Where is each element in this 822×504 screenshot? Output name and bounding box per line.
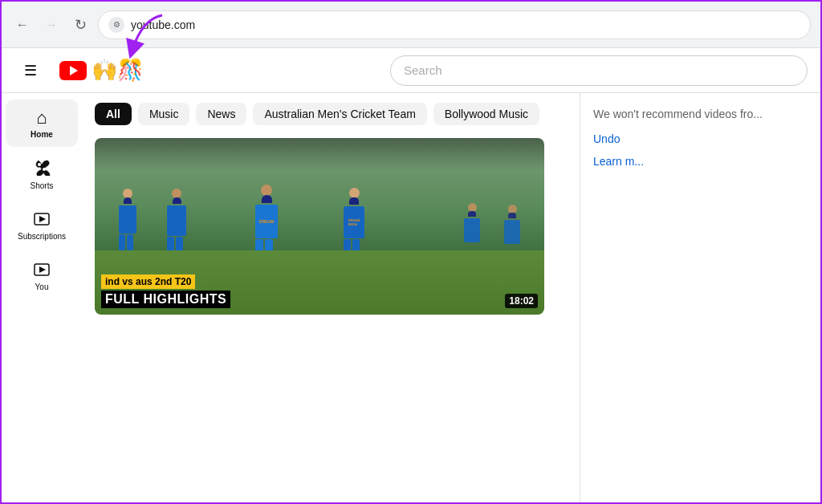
menu-button[interactable]: ☰ — [14, 55, 47, 87]
yt-main: ⌂ Home Shorts — [2, 93, 820, 504]
address-bar[interactable]: ⚙ youtube.com — [98, 10, 811, 39]
back-button[interactable]: ← — [11, 14, 34, 36]
subscriptions-label: Subscriptions — [18, 232, 66, 241]
video-card[interactable]: DREAM DREAMINDIA — [95, 138, 544, 315]
right-panel: We won't recommend videos fro... Undo Le… — [580, 93, 820, 504]
search-placeholder: Search — [404, 63, 442, 77]
yt-header: ☰ 🙌🎊 Search — [2, 48, 820, 93]
video-thumbnail: DREAM DREAMINDIA — [95, 138, 544, 315]
yt-sidebar: ⌂ Home Shorts — [2, 93, 82, 504]
video-title-line1: ind vs aus 2nd T20 — [101, 274, 195, 289]
svg-marker-3 — [39, 216, 46, 222]
shorts-icon — [33, 158, 51, 180]
chip-music[interactable]: Music — [138, 103, 190, 125]
chip-all[interactable]: All — [95, 103, 132, 125]
video-duration: 18:02 — [505, 294, 538, 308]
yt-app: ☰ 🙌🎊 Search ⌂ Home — [2, 48, 820, 504]
yt-logo[interactable]: 🙌🎊 — [59, 58, 143, 83]
reload-button[interactable]: ↻ — [69, 14, 92, 36]
sidebar-item-home[interactable]: ⌂ Home — [6, 100, 78, 147]
svg-marker-5 — [39, 266, 46, 273]
you-label: You — [35, 282, 49, 291]
learn-more-link[interactable]: Learn m... — [593, 155, 808, 168]
yt-logo-icon — [59, 61, 87, 80]
home-label: Home — [31, 130, 53, 139]
chip-bollywood[interactable]: Bollywood Music — [433, 103, 539, 125]
you-icon — [33, 260, 51, 281]
sidebar-item-you[interactable]: You — [6, 252, 78, 299]
logo-emoji: 🙌🎊 — [92, 58, 143, 83]
site-controls-icon: ⚙ — [108, 17, 124, 33]
shorts-label: Shorts — [31, 181, 54, 190]
url-text: youtube.com — [131, 18, 195, 31]
home-icon: ⌂ — [36, 108, 47, 128]
sidebar-item-subscriptions[interactable]: Subscriptions — [6, 201, 78, 249]
sidebar-item-shorts[interactable]: Shorts — [6, 150, 78, 198]
chip-news[interactable]: News — [196, 103, 246, 125]
video-title-line2: FULL HIGHLIGHTS — [101, 291, 230, 308]
recommendation-message: We won't recommend videos fro... — [593, 106, 808, 123]
browser-chrome: ← → ↻ ⚙ youtube.com — [2, 2, 820, 48]
video-title-overlay: ind vs aus 2nd T20 FULL HIGHLIGHTS — [101, 274, 512, 308]
chip-cricket[interactable]: Australian Men's Cricket Team — [253, 103, 426, 125]
filter-chips: All Music News Australian Men's Cricket … — [95, 103, 567, 125]
search-bar[interactable]: Search — [390, 55, 808, 86]
forward-button[interactable]: → — [40, 14, 63, 36]
subscriptions-icon — [33, 209, 51, 230]
svg-point-1 — [43, 168, 46, 171]
undo-link[interactable]: Undo — [593, 132, 808, 145]
yt-content: All Music News Australian Men's Cricket … — [82, 93, 580, 504]
svg-point-0 — [38, 163, 41, 166]
